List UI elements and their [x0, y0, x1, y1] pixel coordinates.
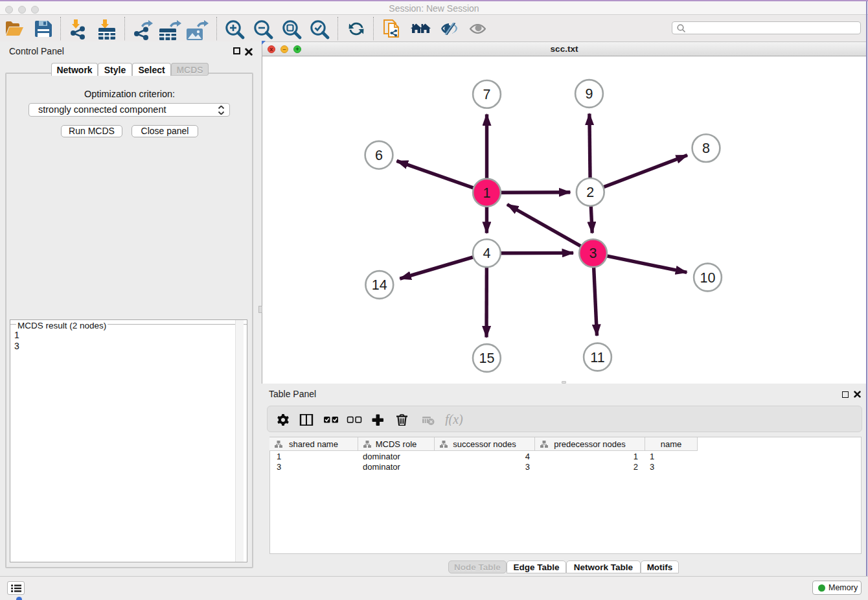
svg-text:15: 15 — [479, 351, 494, 366]
svg-text:1: 1 — [483, 185, 491, 201]
svg-text:8: 8 — [702, 141, 710, 156]
svg-text:4: 4 — [483, 246, 490, 261]
svg-text:10: 10 — [700, 270, 716, 286]
svg-text:2: 2 — [586, 185, 594, 200]
svg-text:11: 11 — [590, 350, 604, 365]
svg-text:9: 9 — [586, 86, 593, 102]
svg-text:6: 6 — [375, 148, 383, 163]
svg-text:7: 7 — [483, 87, 491, 102]
svg-text:14: 14 — [372, 277, 387, 293]
svg-text:f(x): f(x) — [445, 414, 463, 426]
svg-text:3: 3 — [589, 246, 597, 261]
